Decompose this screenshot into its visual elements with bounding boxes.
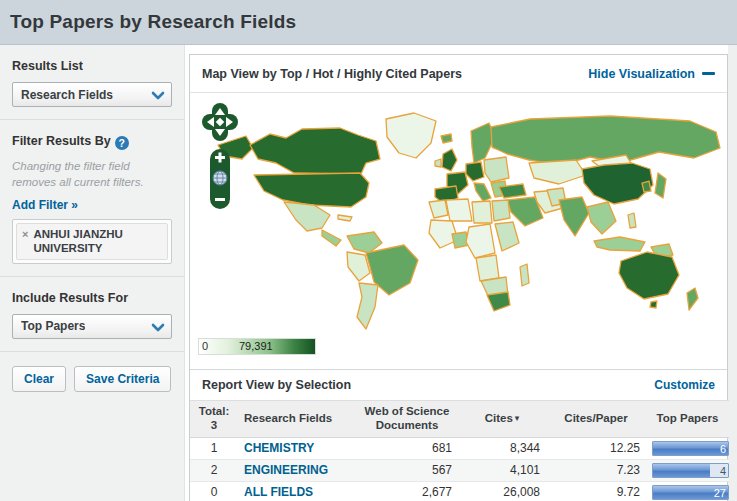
- top-papers-value: 6: [720, 442, 726, 456]
- column-header-cites-per-paper[interactable]: Cites/Paper: [546, 401, 646, 438]
- page-title: Top Papers by Research Fields: [10, 11, 296, 33]
- field-link[interactable]: ALL FIELDS: [244, 485, 313, 499]
- help-icon[interactable]: ?: [115, 136, 129, 150]
- pan-control[interactable]: [202, 103, 238, 141]
- filter-by-label: Filter Results By?: [12, 134, 172, 150]
- column-header-research-fields[interactable]: Research Fields: [238, 401, 356, 438]
- map-region: [442, 149, 457, 171]
- action-buttons-section: Clear Save Criteria: [0, 352, 184, 404]
- map-region: [619, 252, 679, 299]
- map-region: [474, 183, 491, 201]
- map-region: [484, 157, 509, 182]
- choropleth-map: [190, 93, 727, 369]
- customize-link[interactable]: Customize: [654, 378, 715, 392]
- right-gutter: [728, 45, 737, 501]
- column-header-documents[interactable]: Web of Science Documents: [356, 401, 458, 438]
- minus-icon: [702, 72, 715, 75]
- map-controls: [202, 103, 238, 217]
- sort-desc-icon: ▾: [515, 413, 520, 423]
- map-region: [520, 264, 529, 286]
- results-list-label: Results List: [12, 59, 172, 73]
- map-region: [628, 213, 636, 228]
- documents-cell: 2,677: [356, 481, 458, 501]
- rank-cell: 0: [190, 481, 238, 501]
- legend-max-label: 79,391: [239, 340, 273, 352]
- rank-cell: 2: [190, 459, 238, 481]
- save-criteria-button[interactable]: Save Criteria: [74, 366, 171, 392]
- total-header: Total: 3: [190, 401, 238, 438]
- column-header-cites[interactable]: Cites▾: [458, 401, 546, 438]
- map-region: [466, 162, 484, 181]
- legend-min-label: 0: [202, 340, 208, 352]
- include-section: Include Results For Top Papers: [0, 277, 184, 352]
- map-region: [499, 184, 526, 198]
- map-region: [687, 288, 698, 310]
- page-header: Top Papers by Research Fields: [0, 0, 737, 45]
- results-list-section: Results List Research Fields: [0, 45, 184, 120]
- docs-header-line1: Web of Science: [362, 405, 452, 419]
- top-papers-bar: 4: [652, 463, 729, 478]
- main-panel: Map View by Top / Hot / Highly Cited Pap…: [189, 54, 728, 501]
- zoom-out-button[interactable]: [215, 198, 225, 201]
- map-region: [386, 113, 436, 158]
- filter-section: Filter Results By? Changing the filter f…: [0, 120, 184, 277]
- include-select[interactable]: Top Papers: [12, 314, 172, 339]
- documents-cell: 681: [356, 437, 458, 459]
- map-region: [491, 116, 720, 165]
- map-region: [284, 202, 330, 231]
- results-list-select[interactable]: Research Fields: [12, 82, 172, 107]
- hide-visualization-link[interactable]: Hide Visualization: [588, 67, 715, 81]
- field-link[interactable]: ENGINEERING: [244, 463, 328, 477]
- filter-by-label-text: Filter Results By: [12, 134, 111, 148]
- map-region: [472, 201, 492, 223]
- cites-per-paper-cell: 9.72: [546, 481, 646, 501]
- column-header-top-papers[interactable]: Top Papers: [646, 401, 729, 438]
- docs-header-line2: Documents: [362, 419, 452, 433]
- zoom-control[interactable]: [210, 149, 230, 209]
- zoom-globe-icon[interactable]: [213, 171, 227, 185]
- include-label: Include Results For: [12, 291, 172, 305]
- map-view-title: Map View by Top / Hot / Highly Cited Pap…: [202, 67, 462, 81]
- field-link[interactable]: CHEMISTRY: [244, 441, 314, 455]
- chevron-down-icon: [150, 88, 166, 106]
- top-papers-value: 27: [714, 486, 726, 500]
- map-region: [347, 232, 382, 253]
- top-papers-bar: 27: [652, 485, 729, 500]
- cites-cell: 8,344: [458, 437, 546, 459]
- map-region: [476, 255, 499, 281]
- map-region: [655, 173, 666, 198]
- map-region: [322, 230, 341, 246]
- sidebar: Results List Research Fields Filter Resu…: [0, 45, 185, 501]
- map-region: [559, 197, 589, 236]
- add-filter-link[interactable]: Add Filter »: [12, 198, 78, 212]
- clear-button[interactable]: Clear: [12, 366, 66, 392]
- top-papers-bar: 6: [652, 441, 729, 456]
- filter-tag-list: × ANHUI JIANZHU UNIVERSITY: [12, 219, 172, 264]
- map-region: [594, 237, 645, 251]
- cites-per-paper-cell: 12.25: [546, 437, 646, 459]
- map-region: [650, 301, 657, 308]
- total-count: 3: [196, 419, 232, 433]
- cites-cell: 26,008: [458, 481, 546, 501]
- table-row: 2 ENGINEERING 567 4,101 7.23 4: [190, 459, 729, 481]
- map-region: [435, 159, 441, 167]
- map-region: [529, 160, 586, 184]
- filter-tag: × ANHUI JIANZHU UNIVERSITY: [16, 223, 168, 260]
- cites-cell: 4,101: [458, 459, 546, 481]
- hide-visualization-label: Hide Visualization: [588, 67, 695, 81]
- map-region: [338, 215, 352, 221]
- table-header-row: Total: 3 Research Fields Web of Science …: [190, 401, 729, 438]
- filter-tag-label: ANHUI JIANZHU UNIVERSITY: [33, 227, 162, 256]
- report-table: Total: 3 Research Fields Web of Science …: [190, 400, 729, 501]
- map-region: [357, 283, 378, 329]
- map-region: [495, 222, 519, 251]
- map-region: [466, 224, 495, 258]
- documents-cell: 567: [356, 459, 458, 481]
- map-region: [487, 292, 510, 311]
- map-region: [587, 202, 616, 234]
- world-map[interactable]: 0 79,391: [190, 93, 727, 369]
- total-label: Total:: [196, 405, 232, 419]
- content-area: Results List Research Fields Filter Resu…: [0, 45, 737, 501]
- remove-filter-icon[interactable]: ×: [22, 228, 28, 240]
- table-row: 1 CHEMISTRY 681 8,344 12.25 6: [190, 437, 729, 459]
